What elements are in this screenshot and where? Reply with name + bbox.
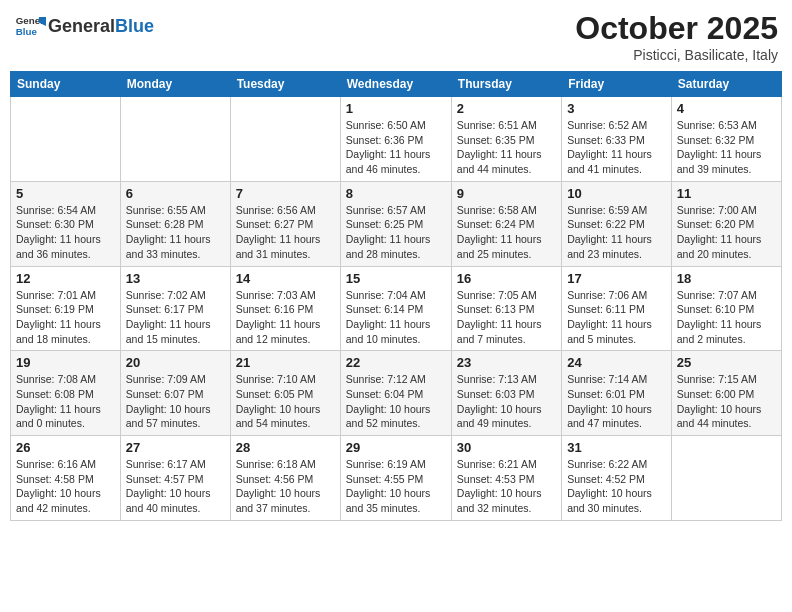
calendar-cell: 24Sunrise: 7:14 AM Sunset: 6:01 PM Dayli… (562, 351, 672, 436)
calendar-cell: 9Sunrise: 6:58 AM Sunset: 6:24 PM Daylig… (451, 181, 561, 266)
day-info: Sunrise: 6:59 AM Sunset: 6:22 PM Dayligh… (567, 203, 666, 262)
calendar-table: Sunday Monday Tuesday Wednesday Thursday… (10, 71, 782, 521)
calendar-cell: 20Sunrise: 7:09 AM Sunset: 6:07 PM Dayli… (120, 351, 230, 436)
calendar-cell: 1Sunrise: 6:50 AM Sunset: 6:36 PM Daylig… (340, 97, 451, 182)
day-number: 4 (677, 101, 776, 116)
day-info: Sunrise: 6:18 AM Sunset: 4:56 PM Dayligh… (236, 457, 335, 516)
day-info: Sunrise: 7:10 AM Sunset: 6:05 PM Dayligh… (236, 372, 335, 431)
month-title: October 2025 (575, 10, 778, 47)
calendar-cell: 5Sunrise: 6:54 AM Sunset: 6:30 PM Daylig… (11, 181, 121, 266)
calendar-cell: 28Sunrise: 6:18 AM Sunset: 4:56 PM Dayli… (230, 436, 340, 521)
calendar-cell (230, 97, 340, 182)
col-monday: Monday (120, 72, 230, 97)
day-info: Sunrise: 6:55 AM Sunset: 6:28 PM Dayligh… (126, 203, 225, 262)
day-number: 25 (677, 355, 776, 370)
day-number: 18 (677, 271, 776, 286)
day-info: Sunrise: 7:15 AM Sunset: 6:00 PM Dayligh… (677, 372, 776, 431)
day-number: 1 (346, 101, 446, 116)
day-info: Sunrise: 6:17 AM Sunset: 4:57 PM Dayligh… (126, 457, 225, 516)
day-number: 26 (16, 440, 115, 455)
col-sunday: Sunday (11, 72, 121, 97)
calendar-cell: 16Sunrise: 7:05 AM Sunset: 6:13 PM Dayli… (451, 266, 561, 351)
calendar-cell: 23Sunrise: 7:13 AM Sunset: 6:03 PM Dayli… (451, 351, 561, 436)
day-info: Sunrise: 7:04 AM Sunset: 6:14 PM Dayligh… (346, 288, 446, 347)
calendar-cell: 14Sunrise: 7:03 AM Sunset: 6:16 PM Dayli… (230, 266, 340, 351)
calendar-cell: 17Sunrise: 7:06 AM Sunset: 6:11 PM Dayli… (562, 266, 672, 351)
day-number: 17 (567, 271, 666, 286)
calendar-cell: 30Sunrise: 6:21 AM Sunset: 4:53 PM Dayli… (451, 436, 561, 521)
day-info: Sunrise: 7:05 AM Sunset: 6:13 PM Dayligh… (457, 288, 556, 347)
calendar-week-row: 5Sunrise: 6:54 AM Sunset: 6:30 PM Daylig… (11, 181, 782, 266)
day-info: Sunrise: 7:01 AM Sunset: 6:19 PM Dayligh… (16, 288, 115, 347)
page-header: General Blue GeneralBlue October 2025 Pi… (10, 10, 782, 63)
calendar-header: Sunday Monday Tuesday Wednesday Thursday… (11, 72, 782, 97)
day-number: 15 (346, 271, 446, 286)
day-number: 28 (236, 440, 335, 455)
calendar-cell: 8Sunrise: 6:57 AM Sunset: 6:25 PM Daylig… (340, 181, 451, 266)
col-thursday: Thursday (451, 72, 561, 97)
calendar-cell: 25Sunrise: 7:15 AM Sunset: 6:00 PM Dayli… (671, 351, 781, 436)
logo-text: GeneralBlue (48, 16, 154, 37)
calendar-cell: 12Sunrise: 7:01 AM Sunset: 6:19 PM Dayli… (11, 266, 121, 351)
day-number: 11 (677, 186, 776, 201)
day-number: 31 (567, 440, 666, 455)
calendar-week-row: 1Sunrise: 6:50 AM Sunset: 6:36 PM Daylig… (11, 97, 782, 182)
calendar-cell: 11Sunrise: 7:00 AM Sunset: 6:20 PM Dayli… (671, 181, 781, 266)
day-info: Sunrise: 7:02 AM Sunset: 6:17 PM Dayligh… (126, 288, 225, 347)
day-number: 23 (457, 355, 556, 370)
day-info: Sunrise: 7:08 AM Sunset: 6:08 PM Dayligh… (16, 372, 115, 431)
day-number: 6 (126, 186, 225, 201)
day-info: Sunrise: 6:58 AM Sunset: 6:24 PM Dayligh… (457, 203, 556, 262)
day-number: 14 (236, 271, 335, 286)
day-number: 3 (567, 101, 666, 116)
day-number: 24 (567, 355, 666, 370)
day-info: Sunrise: 6:22 AM Sunset: 4:52 PM Dayligh… (567, 457, 666, 516)
day-info: Sunrise: 7:14 AM Sunset: 6:01 PM Dayligh… (567, 372, 666, 431)
calendar-cell: 19Sunrise: 7:08 AM Sunset: 6:08 PM Dayli… (11, 351, 121, 436)
day-number: 10 (567, 186, 666, 201)
calendar-cell (671, 436, 781, 521)
location-subtitle: Pisticci, Basilicate, Italy (575, 47, 778, 63)
col-wednesday: Wednesday (340, 72, 451, 97)
day-number: 12 (16, 271, 115, 286)
day-number: 30 (457, 440, 556, 455)
day-number: 29 (346, 440, 446, 455)
calendar-cell: 6Sunrise: 6:55 AM Sunset: 6:28 PM Daylig… (120, 181, 230, 266)
day-number: 21 (236, 355, 335, 370)
col-friday: Friday (562, 72, 672, 97)
calendar-cell: 22Sunrise: 7:12 AM Sunset: 6:04 PM Dayli… (340, 351, 451, 436)
day-number: 9 (457, 186, 556, 201)
day-number: 22 (346, 355, 446, 370)
header-row: Sunday Monday Tuesday Wednesday Thursday… (11, 72, 782, 97)
day-number: 5 (16, 186, 115, 201)
day-number: 20 (126, 355, 225, 370)
calendar-week-row: 19Sunrise: 7:08 AM Sunset: 6:08 PM Dayli… (11, 351, 782, 436)
day-info: Sunrise: 6:52 AM Sunset: 6:33 PM Dayligh… (567, 118, 666, 177)
calendar-cell: 2Sunrise: 6:51 AM Sunset: 6:35 PM Daylig… (451, 97, 561, 182)
day-number: 7 (236, 186, 335, 201)
title-block: October 2025 Pisticci, Basilicate, Italy (575, 10, 778, 63)
calendar-cell: 4Sunrise: 6:53 AM Sunset: 6:32 PM Daylig… (671, 97, 781, 182)
day-info: Sunrise: 7:07 AM Sunset: 6:10 PM Dayligh… (677, 288, 776, 347)
day-info: Sunrise: 6:51 AM Sunset: 6:35 PM Dayligh… (457, 118, 556, 177)
calendar-cell (120, 97, 230, 182)
day-info: Sunrise: 6:53 AM Sunset: 6:32 PM Dayligh… (677, 118, 776, 177)
day-number: 8 (346, 186, 446, 201)
svg-text:Blue: Blue (16, 26, 38, 37)
calendar-cell: 10Sunrise: 6:59 AM Sunset: 6:22 PM Dayli… (562, 181, 672, 266)
calendar-cell: 31Sunrise: 6:22 AM Sunset: 4:52 PM Dayli… (562, 436, 672, 521)
calendar-cell: 3Sunrise: 6:52 AM Sunset: 6:33 PM Daylig… (562, 97, 672, 182)
col-saturday: Saturday (671, 72, 781, 97)
calendar-week-row: 12Sunrise: 7:01 AM Sunset: 6:19 PM Dayli… (11, 266, 782, 351)
day-number: 19 (16, 355, 115, 370)
day-number: 13 (126, 271, 225, 286)
calendar-cell (11, 97, 121, 182)
calendar-body: 1Sunrise: 6:50 AM Sunset: 6:36 PM Daylig… (11, 97, 782, 521)
day-number: 16 (457, 271, 556, 286)
day-info: Sunrise: 6:19 AM Sunset: 4:55 PM Dayligh… (346, 457, 446, 516)
day-info: Sunrise: 6:21 AM Sunset: 4:53 PM Dayligh… (457, 457, 556, 516)
calendar-cell: 13Sunrise: 7:02 AM Sunset: 6:17 PM Dayli… (120, 266, 230, 351)
day-info: Sunrise: 7:12 AM Sunset: 6:04 PM Dayligh… (346, 372, 446, 431)
day-number: 27 (126, 440, 225, 455)
day-info: Sunrise: 6:16 AM Sunset: 4:58 PM Dayligh… (16, 457, 115, 516)
